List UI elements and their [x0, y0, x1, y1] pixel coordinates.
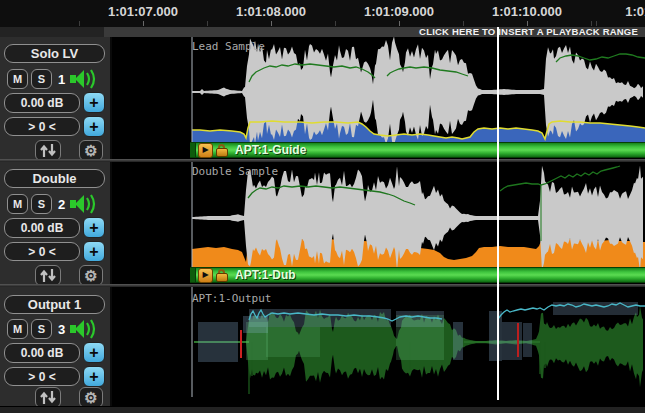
gain-button[interactable]: 0.00 dB — [4, 93, 80, 113]
revoice-apt-window: 1:01:07.0001:01:08.0001:01:09.0001:01:10… — [0, 0, 645, 413]
processing-block[interactable] — [396, 315, 444, 360]
track-3-lane[interactable]: APT:1-Output — [112, 287, 645, 398]
timeline-ruler[interactable]: 1:01:07.0001:01:08.0001:01:09.0001:01:10… — [0, 0, 645, 27]
processing-block[interactable] — [266, 327, 320, 357]
solo-button[interactable]: S — [31, 319, 52, 339]
timeline-tick — [143, 21, 144, 26]
plus-button[interactable]: + — [83, 217, 105, 238]
gear-icon[interactable]: ⚙ — [79, 140, 103, 161]
mute-button[interactable]: M — [7, 69, 28, 89]
plus-button[interactable]: + — [83, 241, 105, 262]
plus-button[interactable]: + — [83, 366, 105, 387]
block-left-cap — [190, 268, 196, 282]
reorder-track-button[interactable] — [35, 265, 61, 286]
track-row-2: Double M S 2 0.00 dB + > 0 < + — [0, 162, 645, 287]
timeline-label: 1:01:10.000 — [492, 4, 562, 19]
processing-block[interactable] — [553, 302, 638, 315]
track-name-button[interactable]: Double — [4, 169, 105, 188]
gain-button[interactable]: 0.00 dB — [4, 218, 80, 238]
track-2-lane[interactable]: Double Sample ▶ APT:1-Dub — [112, 162, 645, 284]
gain-button[interactable]: 0.00 dB — [4, 343, 80, 363]
processing-block[interactable] — [249, 309, 391, 327]
play-icon[interactable]: ▶ — [198, 143, 213, 158]
plus-button[interactable]: + — [83, 342, 105, 363]
clip-label: APT:1-Output — [192, 292, 271, 305]
plus-button[interactable]: + — [83, 92, 105, 113]
range-button[interactable]: > 0 < — [4, 367, 80, 386]
processing-block[interactable] — [246, 322, 268, 360]
speaker-icon[interactable] — [69, 193, 97, 215]
reorder-track-button[interactable] — [35, 387, 61, 408]
range-button[interactable]: > 0 < — [4, 242, 80, 261]
track-name-button[interactable]: Output 1 — [4, 295, 105, 314]
gear-icon[interactable]: ⚙ — [79, 265, 103, 286]
track-row-3: Output 1 M S 3 0.00 dB + > 0 < + — [0, 287, 645, 413]
bottom-strip — [0, 406, 645, 413]
reorder-track-button[interactable] — [35, 140, 61, 161]
track-number: 2 — [55, 194, 68, 214]
track-number: 1 — [55, 69, 68, 89]
block-label: APT:1-Dub — [235, 268, 296, 282]
track-2-panel: Double M S 2 0.00 dB + > 0 < + — [0, 162, 112, 287]
plus-button[interactable]: + — [83, 116, 105, 137]
track-1-panel: Solo LV M S 1 0.00 dB + > 0 < + — [0, 37, 112, 162]
timeline-tick — [335, 21, 336, 26]
pitch-contour — [500, 166, 620, 191]
play-icon[interactable]: ▶ — [198, 268, 213, 283]
timeline-label: 1:01:07.000 — [108, 4, 178, 19]
track-name-button[interactable]: Solo LV — [4, 44, 105, 63]
speaker-icon[interactable] — [69, 318, 97, 340]
track-number: 3 — [55, 319, 68, 339]
processing-block[interactable] — [523, 323, 532, 357]
timeline-tick — [271, 21, 272, 26]
processing-block[interactable] — [453, 322, 463, 360]
solo-button[interactable]: S — [31, 194, 52, 214]
timeline-label: 1:01:08.000 — [236, 4, 306, 19]
playback-bar-left-segment — [0, 27, 104, 37]
processing-block[interactable] — [489, 311, 502, 361]
speaker-icon[interactable] — [69, 68, 97, 90]
track-row-1: Solo LV M S 1 0.00 dB + > 0 < + — [0, 37, 645, 162]
lock-icon[interactable] — [216, 144, 229, 157]
gear-icon[interactable]: ⚙ — [79, 387, 103, 408]
clip-label: Lead Sample — [192, 40, 265, 53]
block-left-cap — [190, 143, 196, 157]
insert-playback-range-hint[interactable]: CLICK HERE TO INSERT A PLAYBACK RANGE — [419, 27, 638, 37]
clip-label: Double Sample — [192, 165, 278, 178]
apt-dub-block[interactable]: ▶ APT:1-Dub — [190, 267, 645, 283]
block-label: APT:1-Guide — [235, 143, 306, 157]
solo-button[interactable]: S — [31, 69, 52, 89]
lock-icon[interactable] — [216, 269, 229, 282]
timeline-label: 1:01:11.000 — [625, 4, 645, 19]
timeline-label: 1:01:09.000 — [364, 4, 434, 19]
mute-button[interactable]: M — [7, 319, 28, 339]
timeline-tick — [207, 21, 208, 26]
mute-button[interactable]: M — [7, 194, 28, 214]
timeline-tick — [399, 21, 400, 26]
processing-block[interactable] — [198, 322, 238, 362]
range-button[interactable]: > 0 < — [4, 117, 80, 136]
track-1-lane[interactable]: Lead Sample ▶ APT:1-Guide — [112, 37, 645, 159]
track-3-panel: Output 1 M S 3 0.00 dB + > 0 < + — [0, 287, 112, 413]
playhead-cursor[interactable] — [497, 27, 499, 400]
apt-guide-block[interactable]: ▶ APT:1-Guide — [190, 142, 645, 158]
timeline-tick — [79, 21, 80, 26]
